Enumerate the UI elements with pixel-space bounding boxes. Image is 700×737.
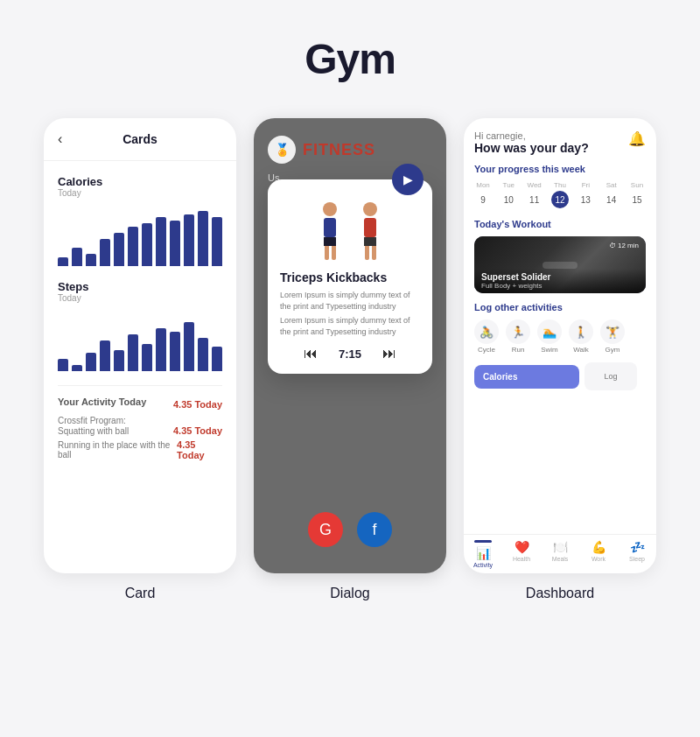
nav-label: Activity: [473, 562, 493, 568]
day-item[interactable]: Sun15: [628, 181, 646, 208]
activity-icon-item[interactable]: 🚶Walk: [569, 319, 593, 354]
nav-item-meals[interactable]: 🍽️Meals: [541, 540, 579, 568]
card-header: ‹ Cards: [44, 118, 236, 161]
nav-item-health[interactable]: ❤️Health: [502, 540, 541, 568]
card-label: Card: [125, 586, 156, 601]
dialog-screen: 🏅 FITNESS Us Mo ? ▶: [254, 118, 446, 573]
day-item[interactable]: Mon9: [474, 181, 492, 208]
steps-title: Steps: [58, 280, 222, 293]
activity-item-label: Running in the place with the ball: [58, 440, 177, 460]
dialog-bg: 🏅 FITNESS Us Mo ? ▶: [254, 118, 446, 573]
bar: [114, 350, 124, 372]
activity-icon-item[interactable]: 🏃Run: [506, 319, 530, 354]
activity-item-row: Running in the place with the ball4.35 T…: [58, 439, 222, 460]
day-item[interactable]: Wed11: [526, 181, 543, 208]
activity-label: Swim: [541, 346, 558, 354]
activity-item-value: 4.35 Today: [173, 425, 222, 436]
next-button[interactable]: ⏭: [382, 346, 396, 361]
google-button[interactable]: G: [308, 512, 343, 547]
activity-icon-item[interactable]: 🏋️Gym: [600, 319, 625, 354]
day-item[interactable]: Tue10: [500, 181, 517, 208]
activities-row: 🚴Cycle🏃Run🏊Swim🚶Walk🏋️Gym: [474, 319, 646, 354]
activity-label: Run: [512, 346, 525, 354]
prev-button[interactable]: ⏮: [304, 346, 318, 361]
nav-label: Sleep: [629, 556, 645, 562]
day-item[interactable]: Fri13: [577, 181, 594, 208]
bar: [128, 334, 138, 371]
activity-icon-item[interactable]: 🚴Cycle: [474, 319, 499, 354]
exercise-title: Triceps Kickbacks: [280, 270, 420, 284]
dialog-label: Dialog: [330, 586, 369, 601]
nav-item-sleep[interactable]: 💤Sleep: [618, 540, 656, 568]
dashboard-label: Dashboard: [526, 586, 594, 601]
nav-item-activity[interactable]: 📊Activity: [464, 540, 502, 568]
card-header-title: Cards: [122, 132, 158, 146]
exercise-desc-2: Lorem Ipsum is simply dummy text of the …: [280, 315, 420, 337]
nav-icon: ❤️: [514, 540, 529, 554]
dialog-screen-wrapper: 🏅 FITNESS Us Mo ? ▶: [254, 118, 446, 601]
workout-time: ⏱ 12 min: [609, 242, 639, 249]
back-arrow[interactable]: ‹: [58, 131, 62, 147]
dash-greeting: Hi carnegie,: [474, 130, 589, 141]
calories-title: Calories: [58, 175, 222, 188]
fitness-title: FITNESS: [303, 141, 375, 159]
bar: [212, 217, 222, 266]
calories-section: Calories Today: [58, 175, 222, 266]
activity-item-row: Squatting with ball4.35 Today: [58, 425, 222, 436]
steps-subtitle: Today: [58, 293, 222, 303]
today-badge: 4.35 Today: [173, 399, 222, 410]
activity-section: Your Activity Today 4.35 Today Crossfit …: [58, 385, 222, 460]
activity-items: Squatting with ball4.35 TodayRunning in …: [58, 425, 222, 460]
bar: [212, 347, 222, 371]
clock-icon: ⏱: [609, 242, 616, 249]
bar: [142, 223, 152, 266]
play-button[interactable]: ▶: [392, 164, 424, 195]
calories-chart: [58, 205, 222, 266]
activity-header-label: Your Activity Today: [58, 397, 146, 407]
fitness-header: 🏅 FITNESS: [254, 118, 446, 172]
nav-item-work[interactable]: 💪Work: [579, 540, 618, 568]
activity-icon: 🏃: [506, 319, 530, 344]
activity-label: Walk: [573, 346, 588, 354]
activity-icon-item[interactable]: 🏊Swim: [537, 319, 562, 354]
program-label: Crossfit Program:: [58, 416, 222, 425]
day-item[interactable]: Sat14: [603, 181, 620, 208]
day-item[interactable]: Thu12: [551, 181, 569, 208]
calories-bar: Calories: [474, 365, 579, 389]
nav-label: Meals: [552, 556, 569, 562]
screens-row: ‹ Cards Calories Today Steps Today Your …: [44, 118, 656, 601]
bar: [156, 328, 166, 371]
card-screen: ‹ Cards Calories Today Steps Today Your …: [44, 118, 236, 573]
bottom-nav: 📊Activity❤️Health🍽️Meals💪Work💤Sleep: [464, 534, 656, 573]
bar: [114, 233, 124, 267]
figure-right: [363, 202, 377, 260]
workout-card[interactable]: Superset Solider Full Body + weights ⏱ 1…: [474, 236, 646, 293]
dialog-controls: ⏮ 7:15 ⏭: [280, 346, 420, 361]
card-screen-wrapper: ‹ Cards Calories Today Steps Today Your …: [44, 118, 236, 601]
calories-label: Calories: [483, 372, 517, 382]
dialog-overlay: ▶: [268, 179, 432, 374]
activity-label: Gym: [606, 346, 620, 354]
activities-title: Log other activities: [474, 302, 646, 312]
bell-icon[interactable]: 🔔: [628, 130, 646, 147]
nav-label: Health: [513, 556, 530, 562]
bar: [170, 221, 180, 267]
exercise-figures: [280, 202, 420, 260]
calories-subtitle: Today: [58, 188, 222, 198]
bar: [156, 217, 166, 266]
bar: [58, 257, 68, 267]
log-button[interactable]: Log: [584, 362, 637, 390]
progress-title: Your progress this week: [474, 164, 646, 174]
page-title: Gym: [304, 35, 396, 83]
nav-icon: 🍽️: [553, 540, 568, 554]
activity-icon: 🏋️: [600, 319, 625, 344]
dashboard-screen: Hi carnegie, How was your day? 🔔 Your pr…: [464, 118, 656, 573]
nav-active-dot: [474, 540, 492, 543]
bar: [72, 365, 82, 371]
bar: [170, 332, 180, 372]
facebook-button[interactable]: f: [357, 512, 392, 547]
steps-section: Steps Today: [58, 280, 222, 371]
activity-icon: 🚶: [569, 319, 593, 344]
nav-icon: 💪: [592, 540, 606, 554]
nav-label: Work: [592, 556, 606, 562]
